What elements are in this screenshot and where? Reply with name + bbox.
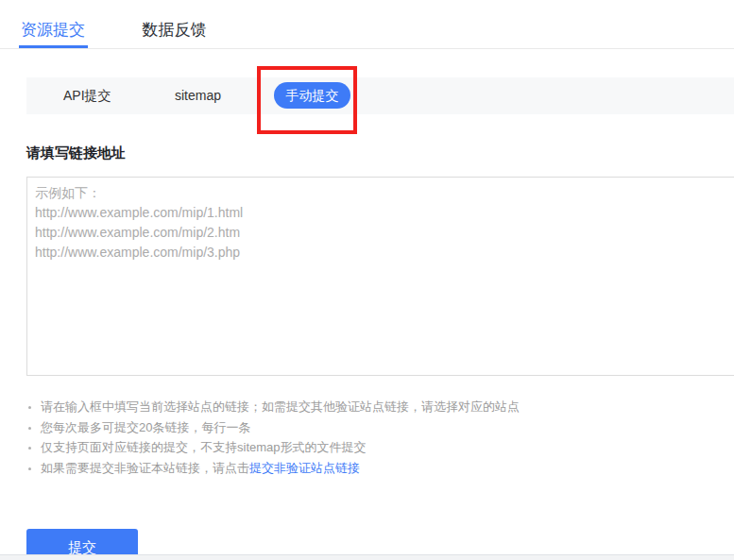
links-textarea[interactable] <box>26 177 734 376</box>
note-text: 仅支持页面对应链接的提交，不支持sitemap形式的文件提交 <box>41 440 367 454</box>
links-field-label: 请填写链接地址 <box>26 145 734 160</box>
active-tab-underline <box>19 45 88 48</box>
note-item: 请在输入框中填写当前选择站点的链接；如需提交其他验证站点链接，请选择对应的站点 <box>41 397 734 417</box>
tab-sitemap[interactable]: sitemap <box>175 77 221 114</box>
footer-strip <box>0 554 734 560</box>
note-text: 如果需要提交非验证本站链接，请点击 <box>41 461 249 475</box>
tab-data-feedback[interactable]: 数据反馈 <box>142 0 206 40</box>
note-item: 如果需要提交非验证本站链接，请点击提交非验证站点链接 <box>41 458 734 479</box>
note-text: 您每次最多可提交20条链接，每行一条 <box>41 420 250 434</box>
notes-list: 请在输入框中填写当前选择站点的链接；如需提交其他验证站点链接，请选择对应的站点 … <box>28 397 734 478</box>
tab-api-submit[interactable]: API提交 <box>63 77 111 114</box>
tab-resource-submit[interactable]: 资源提交 <box>21 0 85 40</box>
note-item: 仅支持页面对应链接的提交，不支持sitemap形式的文件提交 <box>41 437 734 458</box>
note-text: 请在输入框中填写当前选择站点的链接；如需提交其他验证站点链接，请选择对应的站点 <box>41 399 520 414</box>
submit-method-tab-bar: API提交 sitemap 手动提交 <box>26 77 734 114</box>
tab-manual-submit[interactable]: 手动提交 <box>274 82 350 109</box>
top-tab-bar: 资源提交 数据反馈 <box>0 0 734 49</box>
note-item: 您每次最多可提交20条链接，每行一条 <box>41 417 734 438</box>
unverified-site-submit-link[interactable]: 提交非验证站点链接 <box>249 461 360 475</box>
